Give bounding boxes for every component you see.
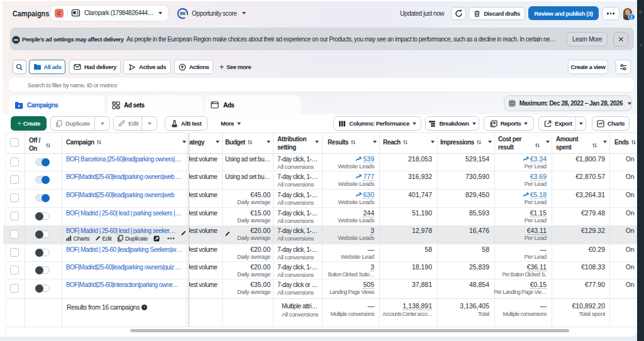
svg-text:90: 90 — [180, 11, 186, 16]
